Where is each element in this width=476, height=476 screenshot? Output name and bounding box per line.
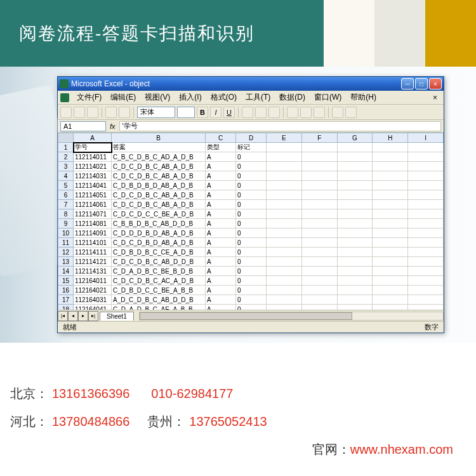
cell[interactable]	[408, 162, 444, 171]
cell[interactable]	[301, 267, 337, 276]
cell[interactable]: C_D_C_D_B_C_AC_A_D_B	[112, 276, 206, 286]
currency-button[interactable]	[300, 107, 312, 118]
cell[interactable]: A	[206, 152, 236, 162]
col-header-B[interactable]: B	[112, 133, 206, 143]
cell[interactable]: 0	[236, 257, 267, 267]
menu-data[interactable]: 数据(D)	[275, 91, 309, 104]
cell[interactable]	[267, 305, 302, 310]
cell[interactable]	[408, 267, 444, 276]
col-header-D[interactable]: D	[236, 133, 267, 143]
row-header-2[interactable]: 2	[58, 152, 74, 162]
cell[interactable]: 0	[236, 190, 267, 200]
cell[interactable]: 112114031	[74, 171, 112, 181]
col-header-H[interactable]: H	[373, 133, 408, 143]
cell[interactable]	[373, 228, 408, 238]
cell[interactable]	[408, 152, 444, 162]
cell[interactable]: 0	[236, 200, 267, 209]
cell[interactable]: 0	[236, 238, 267, 248]
row-header-10[interactable]: 10	[58, 228, 74, 238]
cell[interactable]	[408, 143, 444, 152]
cell[interactable]	[267, 181, 302, 190]
row-header-6[interactable]: 6	[58, 190, 74, 200]
cell[interactable]	[337, 200, 373, 209]
titlebar[interactable]: Microsoft Excel - object ─ □ ×	[58, 77, 444, 91]
menu-edit[interactable]: 编辑(E)	[107, 91, 140, 104]
cell[interactable]: C_B_C_D_B_C_AD_A_D_B	[112, 152, 206, 162]
close-button[interactable]: ×	[429, 78, 442, 89]
tab-nav-last[interactable]: ▸|	[88, 311, 98, 321]
cell[interactable]: 112114091	[74, 228, 112, 238]
cell[interactable]: 0	[236, 162, 267, 171]
col-header-E[interactable]: E	[267, 133, 302, 143]
cell[interactable]: A	[206, 286, 236, 295]
cell[interactable]	[337, 190, 373, 200]
row-header-1[interactable]: 1	[58, 143, 74, 152]
cell[interactable]	[373, 295, 408, 305]
tab-nav-prev[interactable]: ◂	[68, 311, 78, 321]
minimize-button[interactable]: ─	[401, 78, 414, 89]
cell[interactable]: 112114051	[74, 190, 112, 200]
row-header-14[interactable]: 14	[58, 267, 74, 276]
cell[interactable]: C_D_D_D_B_D_AB_A_D_B	[112, 228, 206, 238]
cell[interactable]	[408, 171, 444, 181]
name-box[interactable]: A1	[60, 121, 106, 131]
preview-button[interactable]	[119, 107, 130, 118]
menu-help[interactable]: 帮助(H)	[347, 91, 380, 104]
cell[interactable]: 0	[236, 228, 267, 238]
cell[interactable]	[408, 305, 444, 310]
cell[interactable]: 112114061	[74, 200, 112, 209]
cell[interactable]	[337, 152, 373, 162]
underline-button[interactable]: U	[223, 107, 235, 118]
row-header-15[interactable]: 15	[58, 276, 74, 286]
cell[interactable]	[267, 295, 302, 305]
cell[interactable]	[267, 152, 302, 162]
cell[interactable]: C_D_B_D_B_D_AB_A_D_B	[112, 181, 206, 190]
cell[interactable]	[301, 171, 337, 181]
cell[interactable]	[373, 276, 408, 286]
cell[interactable]	[408, 286, 444, 295]
cell[interactable]	[267, 267, 302, 276]
menu-format[interactable]: 格式(O)	[207, 91, 241, 104]
cell[interactable]: A	[206, 162, 236, 171]
new-button[interactable]	[60, 107, 72, 118]
cell[interactable]: 标记	[236, 143, 267, 152]
cell[interactable]: 112114021	[74, 162, 112, 171]
cell[interactable]	[267, 257, 302, 267]
cell[interactable]	[301, 181, 337, 190]
cell[interactable]: 0	[236, 295, 267, 305]
save-button[interactable]	[87, 107, 98, 118]
cell[interactable]: 112164011	[74, 276, 112, 286]
cell[interactable]: 112114101	[74, 238, 112, 248]
cell[interactable]: C_D_B_D_C_C_BE_A_B_B	[112, 286, 206, 295]
cell[interactable]	[301, 276, 337, 286]
col-header-I[interactable]: I	[408, 133, 444, 143]
cell[interactable]: 0	[236, 152, 267, 162]
cell[interactable]	[373, 267, 408, 276]
cell[interactable]	[337, 209, 373, 219]
cell[interactable]: A	[206, 209, 236, 219]
cell[interactable]: 0	[236, 305, 267, 310]
cell[interactable]	[267, 209, 302, 219]
print-button[interactable]	[105, 107, 117, 118]
cell[interactable]: 答案	[112, 143, 206, 152]
cell[interactable]: C_D_C_D_B_C_AB_A_D_B	[112, 190, 206, 200]
menu-window[interactable]: 窗口(W)	[310, 91, 345, 104]
cell[interactable]	[373, 209, 408, 219]
merge-button[interactable]	[287, 107, 298, 118]
cell[interactable]	[267, 286, 302, 295]
cell[interactable]: 0	[236, 219, 267, 228]
cell[interactable]	[408, 228, 444, 238]
cell[interactable]	[267, 238, 302, 248]
select-all-cell[interactable]	[58, 133, 74, 143]
col-header-F[interactable]: F	[301, 133, 337, 143]
col-header-G[interactable]: G	[337, 133, 373, 143]
cell[interactable]	[337, 248, 373, 257]
col-header-A[interactable]: A	[74, 133, 112, 143]
cell[interactable]: 0	[236, 276, 267, 286]
cell[interactable]	[301, 143, 337, 152]
cell[interactable]	[267, 219, 302, 228]
cell[interactable]: 0	[236, 248, 267, 257]
cell[interactable]	[408, 248, 444, 257]
cell[interactable]: C_D_C_D_B_C_AB_A_D_B	[112, 162, 206, 171]
cell[interactable]	[301, 190, 337, 200]
